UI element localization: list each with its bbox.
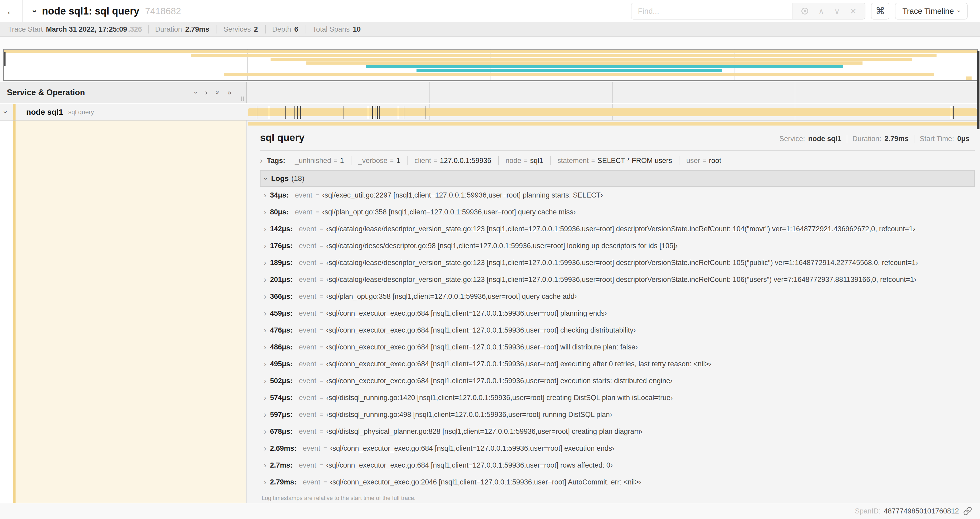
span-timeline-area[interactable] — [247, 104, 977, 120]
log-row[interactable]: › 80μs: event = ‹sql/plan_opt.go:358 [ns… — [260, 204, 975, 220]
log-event-key: event — [295, 208, 312, 216]
log-event-value: ‹sql/catalog/lease/descriptor_version_st… — [326, 225, 915, 233]
span-detail-section: sql query Service:node sql1 Duration:2.7… — [0, 121, 980, 503]
log-expand-chevron-icon[interactable]: › — [264, 292, 266, 300]
back-button[interactable]: ← — [0, 0, 23, 22]
log-row[interactable]: › 2.69ms: event = ‹sql/conn_executor_exe… — [260, 440, 975, 457]
minimap-span-bar — [366, 65, 843, 68]
equals-sign: = — [316, 209, 319, 216]
log-tick — [300, 106, 301, 119]
collapse-one-icon[interactable]: › — [192, 91, 200, 94]
viewport-drag-handle[interactable] — [4, 52, 6, 66]
log-expand-chevron-icon[interactable]: › — [264, 428, 266, 435]
log-expand-chevron-icon[interactable]: › — [264, 242, 266, 250]
log-event: event = ‹sql/catalog/lease/descriptor_ve… — [299, 276, 916, 284]
log-event-value: ‹sql/exec_util.go:2297 [nsql1,client=127… — [322, 191, 603, 200]
expand-one-icon[interactable]: › — [205, 88, 208, 97]
log-row[interactable]: › 2.7ms: event = ‹sql/conn_executor_exec… — [260, 457, 975, 474]
log-event: event = ‹sql/conn_executor_exec.go:684 [… — [299, 377, 673, 385]
log-row[interactable]: › 142μs: event = ‹sql/catalog/lease/desc… — [260, 220, 975, 237]
log-expand-chevron-icon[interactable]: › — [264, 309, 266, 317]
log-expand-chevron-icon[interactable]: › — [264, 478, 266, 486]
view-selector-button[interactable]: Trace Timeline › — [895, 3, 967, 19]
log-timestamp: 34μs: — [270, 191, 289, 200]
span-row: › node sql1 sql query — [0, 104, 980, 121]
clear-find-icon[interactable]: ✕ — [850, 6, 856, 16]
log-expand-chevron-icon[interactable]: › — [264, 208, 266, 216]
meta-item: Total Spans 10 — [305, 25, 368, 34]
log-timestamp: 80μs: — [270, 208, 289, 216]
tag-key: _unfinished — [295, 156, 331, 165]
log-expand-chevron-icon[interactable]: › — [264, 444, 266, 452]
log-row[interactable]: › 189μs: event = ‹sql/catalog/lease/desc… — [260, 254, 975, 271]
log-row[interactable]: › 34μs: event = ‹sql/exec_util.go:2297 [… — [260, 187, 975, 204]
log-expand-chevron-icon[interactable]: › — [264, 343, 266, 351]
log-row[interactable]: › 597μs: event = ‹sql/distsql_running.go… — [260, 406, 975, 423]
logs-header[interactable]: › Logs (18) — [260, 170, 975, 187]
log-event: event = ‹sql/conn_executor_exec.go:684 [… — [299, 343, 638, 351]
log-row[interactable]: › 176μs: event = ‹sql/catalog/descs/desc… — [260, 237, 975, 254]
log-expand-chevron-icon[interactable]: › — [264, 259, 266, 267]
equals-sign: = — [320, 310, 323, 317]
log-row[interactable]: › 678μs: event = ‹sql/distsql_physical_p… — [260, 423, 975, 440]
log-row[interactable]: › 574μs: event = ‹sql/distsql_running.go… — [260, 389, 975, 406]
command-icon: ⌘ — [875, 6, 885, 17]
log-expand-chevron-icon[interactable]: › — [264, 276, 266, 284]
log-event: event = ‹sql/catalog/lease/descriptor_ve… — [299, 259, 918, 267]
log-event-key: event — [299, 394, 317, 402]
log-row[interactable]: › 459μs: event = ‹sql/conn_executor_exec… — [260, 305, 975, 322]
span-collapse-chevron-icon[interactable]: › — [1, 111, 10, 113]
log-event: event = ‹sql/conn_executor_exec.go:684 [… — [299, 360, 711, 368]
expand-all-icon[interactable]: » — [228, 88, 232, 97]
log-event-value: ‹sql/conn_executor_exec.go:684 [nsql1,cl… — [326, 343, 638, 351]
tags-row[interactable]: › Tags: _unfinished = 1 _verbose = 1 cli… — [260, 156, 975, 165]
log-ticks-layer — [248, 106, 977, 119]
find-input[interactable] — [632, 3, 792, 19]
minimap-canvas[interactable] — [3, 49, 978, 81]
log-row[interactable]: › 2.79ms: event = ‹sql/conn_executor_exe… — [260, 474, 975, 490]
log-expand-chevron-icon[interactable]: › — [264, 225, 266, 233]
log-row[interactable]: › 201μs: event = ‹sql/catalog/lease/desc… — [260, 271, 975, 288]
log-row[interactable]: › 366μs: event = ‹sql/plan_opt.go:358 [n… — [260, 288, 975, 305]
column-resizer[interactable] — [241, 96, 244, 101]
log-event-key: event — [299, 461, 317, 469]
log-event-key: event — [299, 377, 317, 385]
log-expand-chevron-icon[interactable]: › — [264, 377, 266, 385]
meta-label: Services — [223, 25, 251, 34]
trace-collapse-chevron-icon[interactable]: › — [30, 10, 40, 13]
meta-label: Depth — [272, 25, 291, 34]
log-event-key: event — [299, 343, 317, 351]
equals-sign: = — [320, 225, 323, 233]
log-expand-chevron-icon[interactable]: › — [264, 326, 266, 334]
log-expand-chevron-icon[interactable]: › — [264, 461, 266, 469]
span-row-label-area[interactable]: › node sql1 sql query — [0, 104, 247, 120]
equals-sign: = — [323, 445, 327, 452]
keyboard-shortcuts-button[interactable]: ⌘ — [871, 3, 889, 19]
log-expand-chevron-icon[interactable]: › — [264, 360, 266, 368]
prev-match-icon[interactable]: ∧ — [818, 6, 824, 16]
log-expand-chevron-icon[interactable]: › — [264, 191, 266, 199]
equals-sign: = — [320, 276, 323, 283]
log-event-key: event — [299, 225, 317, 233]
log-row[interactable]: › 476μs: event = ‹sql/conn_executor_exec… — [260, 322, 975, 339]
log-expand-chevron-icon[interactable]: › — [264, 410, 266, 418]
log-row[interactable]: › 502μs: event = ‹sql/conn_executor_exec… — [260, 372, 975, 389]
tags-expand-chevron-icon[interactable]: › — [260, 156, 262, 164]
trace-meta-bar: Trace Start March 31 2022, 17:25:09 .326… — [0, 22, 980, 37]
top-bar: ← › node sql1: sql query 7418682 ∧ ∨ ✕ ⌘… — [0, 0, 980, 22]
next-match-icon[interactable]: ∨ — [834, 6, 840, 16]
log-event-key: event — [295, 191, 312, 200]
equals-sign: = — [320, 411, 323, 418]
log-row[interactable]: › 486μs: event = ‹sql/conn_executor_exec… — [260, 339, 975, 356]
locate-icon[interactable] — [802, 8, 808, 14]
log-tick — [285, 106, 286, 119]
log-row[interactable]: › 495μs: event = ‹sql/conn_executor_exec… — [260, 356, 975, 372]
service-name: node sql1 — [26, 108, 63, 117]
selected-span-bar[interactable] — [248, 122, 978, 126]
collapse-all-icon[interactable]: » — [213, 91, 222, 95]
log-expand-chevron-icon[interactable]: › — [264, 394, 266, 402]
deep-link-icon[interactable] — [963, 506, 972, 516]
find-box: ∧ ∨ ✕ — [631, 3, 865, 19]
vertical-scrollbar[interactable] — [977, 51, 980, 129]
log-timestamp: 597μs: — [270, 410, 293, 419]
